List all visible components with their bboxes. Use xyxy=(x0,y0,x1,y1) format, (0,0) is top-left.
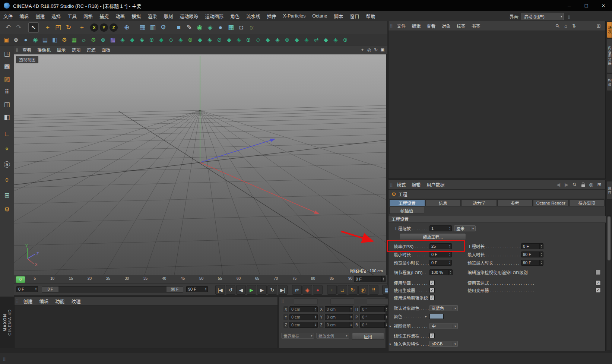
record-parameter-button[interactable]: Ⓟ xyxy=(358,285,368,295)
gear2-tool-icon[interactable]: ⚙ xyxy=(89,35,98,44)
toggle-view-icon[interactable]: ▣ xyxy=(379,47,386,53)
scale-mode-dropdown[interactable]: 缩放比例▾ xyxy=(316,333,349,339)
fps-field[interactable]: 25▴▾ xyxy=(429,243,452,249)
use-deformers-checkbox[interactable]: ✓ xyxy=(596,288,601,293)
end-frame-spinner[interactable]: 90 F▴▾ xyxy=(186,286,208,292)
cube-primitive-icon[interactable]: ■ xyxy=(174,22,184,33)
snap-mode-icon[interactable]: ⌖ xyxy=(1,144,13,154)
search-icon[interactable]: ⚲ xyxy=(571,181,578,189)
menubar-item[interactable]: 窗口 xyxy=(347,13,363,20)
viewport-menu-item[interactable]: 查看 xyxy=(19,47,34,53)
view-clipping-dropdown[interactable]: 中▾ xyxy=(429,323,458,329)
lod-field[interactable]: 100 %▴▾ xyxy=(429,269,453,275)
diamond-tool-icon-19[interactable]: ◆ xyxy=(292,35,302,44)
arrows-tool-icon[interactable]: ⇄ xyxy=(311,35,321,44)
diamond-tool-icon-2[interactable]: ◆ xyxy=(127,35,137,44)
default-color-dropdown[interactable]: 灰蓝色▾ xyxy=(429,305,458,311)
diamond-tool-icon-6[interactable]: ◇ xyxy=(166,35,176,44)
menubar-item[interactable]: 工具 xyxy=(64,13,80,20)
diamond-tool-icon-5[interactable]: ◆ xyxy=(156,35,166,44)
diamond-tool-icon-14[interactable]: ⊕ xyxy=(244,35,253,44)
add-panel-icon[interactable]: ⊞ xyxy=(595,22,602,30)
use-animation-checkbox[interactable]: ✓ xyxy=(429,280,435,285)
preview-range-slider[interactable]: 0 F 90 F xyxy=(42,286,183,292)
interface-dropdown[interactable]: 启动 (用户) ▾ xyxy=(521,13,564,20)
position-field[interactable]: 0 cm▴▾ xyxy=(289,322,318,328)
history-back-icon[interactable]: ◀ xyxy=(555,181,562,189)
metaball-icon[interactable]: ● xyxy=(215,22,226,33)
pan-view-icon[interactable]: + xyxy=(359,47,366,53)
texture-mode-icon[interactable]: ▨ xyxy=(1,74,13,84)
attribute-tab[interactable]: 工程设置 xyxy=(389,199,425,206)
diamond-tool-icon-11[interactable]: ⊘ xyxy=(215,35,224,44)
atom-tool-icon[interactable]: ⊚ xyxy=(98,35,108,44)
mograph-array-icon[interactable]: ◈ xyxy=(205,22,215,33)
maximize-button[interactable]: □ xyxy=(578,0,595,11)
add-panel-icon[interactable]: ⊞ xyxy=(596,181,603,189)
sun-tool-icon[interactable]: ☼ xyxy=(79,35,89,44)
attribute-tab[interactable]: 参考 xyxy=(497,199,533,206)
object-menu-item[interactable]: 对象 xyxy=(438,23,453,29)
viewport-menu-item[interactable]: 面板 xyxy=(98,47,113,53)
menubar-item[interactable]: 角色 xyxy=(227,13,243,20)
linear-workflow-checkbox[interactable]: ✓ xyxy=(429,333,435,338)
preview-max-field[interactable]: 90 F▴▾ xyxy=(521,260,543,266)
subdivision-surface-icon[interactable]: ◉ xyxy=(194,22,205,33)
max-time-field[interactable]: 90 F▴▾ xyxy=(521,251,543,257)
history-forward-icon[interactable]: ▶ xyxy=(563,181,570,189)
diamond-tool-icon-21[interactable]: ◆ xyxy=(321,35,331,44)
use-expressions-checkbox[interactable]: ✓ xyxy=(596,280,601,285)
menubar-item[interactable]: Octane xyxy=(309,13,330,19)
prev-key-button[interactable]: ↺ xyxy=(226,285,235,295)
goto-start-button[interactable]: |◀ xyxy=(215,285,225,295)
texture-checker-icon[interactable]: ▣ xyxy=(1,35,11,44)
drag-grip[interactable]: ⣿ xyxy=(15,299,20,303)
viewport-menu-item[interactable]: 选项 xyxy=(69,47,83,53)
rotation-field[interactable]: 0 °▴▾ xyxy=(360,314,389,320)
next-frame-button[interactable]: ▶ xyxy=(257,285,267,295)
menubar-item[interactable]: 捕捉 xyxy=(96,13,112,20)
menubar-item[interactable]: X-Particles xyxy=(280,13,309,19)
current-frame-field[interactable]: 0 F▴▾ xyxy=(354,276,386,282)
range-start-handle[interactable]: 0 F xyxy=(42,287,58,292)
orb-tool-icon[interactable]: ◉ xyxy=(31,35,40,44)
diamond-tool-icon-18[interactable]: ⊚ xyxy=(282,35,292,44)
render-lod-checkbox[interactable]: ✓ xyxy=(596,270,601,275)
position-field[interactable]: 0 cm▴▾ xyxy=(289,314,318,320)
menubar-item[interactable]: 编辑 xyxy=(16,13,32,20)
rotate-view-icon[interactable]: ↻ xyxy=(372,47,379,53)
viewport-menu-item[interactable]: 过滤 xyxy=(83,47,98,53)
coordinate-system-icon[interactable]: ⊕ xyxy=(121,22,132,33)
color-swatch[interactable] xyxy=(429,314,444,319)
drag-grip[interactable]: ⣿ xyxy=(389,24,394,28)
size-field[interactable]: 0 cm▴▾ xyxy=(325,322,353,328)
diamond-tool-icon-8[interactable]: ⊚ xyxy=(185,35,195,44)
scrollbar-thumb[interactable] xyxy=(608,216,611,260)
object-menu-item[interactable]: 编辑 xyxy=(409,23,424,29)
size-field[interactable]: 0 cm▴▾ xyxy=(325,314,353,320)
layers-tool-icon[interactable]: ▤ xyxy=(40,35,50,44)
record-rotation-button[interactable]: ↻ xyxy=(348,285,358,295)
coordinate-header-dropdown[interactable]: -- xyxy=(367,298,391,305)
menubar-item[interactable]: 模拟 xyxy=(128,13,144,20)
undo-icon[interactable]: ↶ xyxy=(3,22,13,33)
paint-splash-icon[interactable]: ⊛ xyxy=(11,35,21,44)
menubar-item[interactable]: 雕刻 xyxy=(160,13,176,20)
edges-mode-icon[interactable]: ◫ xyxy=(1,99,13,110)
menubar-item[interactable]: 帮助 xyxy=(363,13,379,20)
menubar-item[interactable]: 创建 xyxy=(32,13,48,20)
lock-workplane-icon[interactable]: ⊞ xyxy=(1,190,13,200)
convert-editable-icon[interactable]: ◳ xyxy=(1,48,13,59)
mesh-tool-icon[interactable]: ▩ xyxy=(108,35,118,44)
expand-icon[interactable]: ▸ xyxy=(425,314,427,318)
object-menu-item[interactable]: 书签 xyxy=(468,23,483,29)
scale-project-button[interactable]: 缩放工程... xyxy=(400,233,466,240)
render-view-icon[interactable]: ▦ xyxy=(137,22,148,33)
menubar-item[interactable]: 脚本 xyxy=(331,13,347,20)
input-color-dropdown[interactable]: sRGB▾ xyxy=(429,341,458,347)
grid-tool-icon[interactable]: ▦ xyxy=(69,35,79,44)
menubar-item[interactable]: 插件 xyxy=(264,13,280,20)
target-icon[interactable]: ◎ xyxy=(587,181,595,189)
gear-tool-icon[interactable]: ⚙ xyxy=(60,35,69,44)
layout-tab-content-browser[interactable]: 内容浏览器 xyxy=(607,39,612,73)
